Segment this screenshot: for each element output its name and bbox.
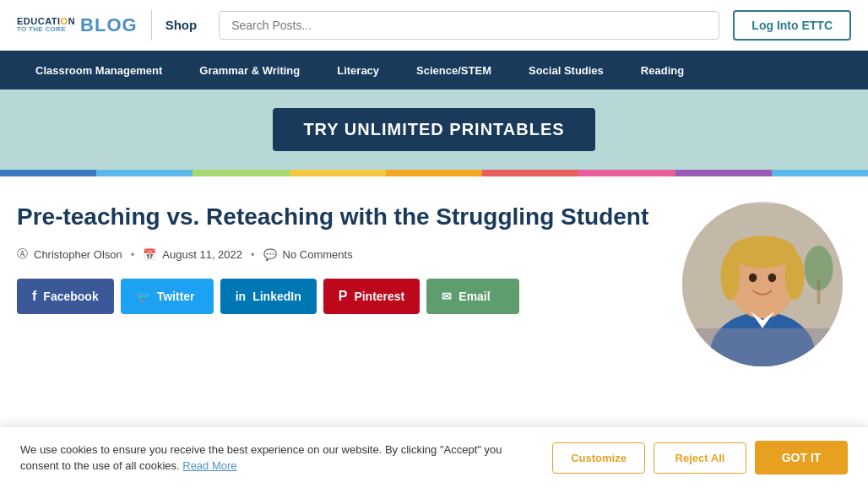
author-meta: Ⓐ Christopher Olson [17, 247, 122, 262]
article-title: Pre-teaching vs. Reteaching with the Str… [17, 202, 657, 231]
author-avatar [682, 202, 843, 366]
author-name: Christopher Olson [34, 248, 122, 261]
printables-cta-button[interactable]: TRY UNLIMITED PRINTABLES [273, 108, 594, 151]
pinterest-label: Pinterest [354, 290, 404, 303]
comment-icon: 💬 [263, 248, 277, 261]
twitter-label: Twitter [157, 290, 195, 303]
cookie-read-more-link[interactable]: Read More [182, 459, 236, 472]
svg-rect-11 [817, 280, 821, 305]
svg-point-8 [768, 274, 777, 282]
stripe-3 [193, 170, 289, 176]
svg-point-4 [729, 236, 796, 268]
cookie-banner: We use cookies to ensure you receive the… [0, 426, 868, 488]
facebook-label: Facebook [43, 290, 98, 303]
share-twitter-button[interactable]: 🐦 Twitter [121, 279, 214, 314]
cookie-actions: Customize Reject All GOT IT [552, 441, 848, 474]
svg-rect-12 [682, 328, 843, 366]
linkedin-label: LinkedIn [252, 290, 301, 303]
stripe-8 [675, 170, 772, 176]
promo-banner: TRY UNLIMITED PRINTABLES [0, 89, 868, 170]
logo-ettc: EDUCATION TO THE CORE [17, 17, 75, 33]
header-divider [151, 10, 152, 41]
comments-meta: 💬 No Comments [263, 248, 353, 261]
color-stripe [0, 170, 868, 176]
share-buttons: f Facebook 🐦 Twitter in LinkedIn P Pinte… [17, 279, 657, 314]
login-button[interactable]: Log Into ETTC [733, 10, 851, 41]
article-body: Pre-teaching vs. Reteaching with the Str… [17, 202, 657, 314]
share-facebook-button[interactable]: f Facebook [17, 279, 114, 314]
pinterest-icon: P [339, 289, 348, 304]
article-date: August 11, 2022 [162, 248, 242, 261]
stripe-6 [482, 170, 578, 176]
logo-area: EDUCATION TO THE CORE BLOG [17, 14, 138, 36]
facebook-icon: f [32, 289, 36, 304]
meta-dot-1: • [131, 248, 135, 261]
meta-dot-2: • [251, 248, 255, 261]
email-label: Email [458, 290, 490, 303]
comments-count: No Comments [283, 248, 353, 261]
nav-grammar-writing[interactable]: Grammar & Writing [181, 51, 318, 89]
site-header: EDUCATION TO THE CORE BLOG Shop Log Into… [0, 0, 868, 51]
date-meta: 📅 August 11, 2022 [143, 248, 242, 261]
reject-all-button[interactable]: Reject All [654, 442, 746, 474]
logo-to-the-core: TO THE CORE [17, 26, 75, 33]
stripe-4 [290, 170, 386, 176]
stripe-9 [772, 170, 868, 176]
stripe-7 [578, 170, 675, 176]
got-it-button[interactable]: GOT IT [755, 441, 848, 474]
cookie-message: We use cookies to ensure you receive the… [20, 443, 502, 473]
article-meta: Ⓐ Christopher Olson • 📅 August 11, 2022 … [17, 247, 657, 262]
nav-social-studies[interactable]: Social Studies [510, 51, 622, 89]
share-linkedin-button[interactable]: in LinkedIn [220, 279, 317, 314]
stripe-1 [0, 170, 96, 176]
user-icon: Ⓐ [17, 247, 28, 262]
email-icon: ✉ [442, 290, 452, 303]
calendar-icon: 📅 [143, 248, 156, 261]
main-content: Pre-teaching vs. Reteaching with the Str… [0, 176, 868, 383]
stripe-5 [386, 170, 482, 176]
svg-point-7 [749, 274, 757, 282]
svg-point-5 [721, 252, 741, 301]
shop-link[interactable]: Shop [165, 18, 198, 32]
customize-button[interactable]: Customize [552, 442, 645, 474]
logo-blog: BLOG [80, 14, 138, 36]
nav-science-stem[interactable]: Science/STEM [398, 51, 510, 89]
cookie-text: We use cookies to ensure you receive the… [20, 442, 535, 474]
share-pinterest-button[interactable]: P Pinterest [323, 279, 420, 314]
search-input[interactable] [219, 11, 719, 40]
nav-classroom-management[interactable]: Classroom Management [17, 51, 181, 89]
nav-reading[interactable]: Reading [622, 51, 703, 89]
linkedin-icon: in [236, 290, 246, 303]
svg-point-6 [785, 252, 805, 301]
stripe-2 [96, 170, 193, 176]
avatar-svg [682, 202, 843, 366]
main-nav: Classroom Management Grammar & Writing L… [0, 51, 868, 89]
nav-literacy[interactable]: Literacy [318, 51, 398, 89]
author-avatar-area [682, 202, 851, 366]
twitter-icon: 🐦 [136, 290, 150, 303]
share-email-button[interactable]: ✉ Email [426, 279, 519, 314]
